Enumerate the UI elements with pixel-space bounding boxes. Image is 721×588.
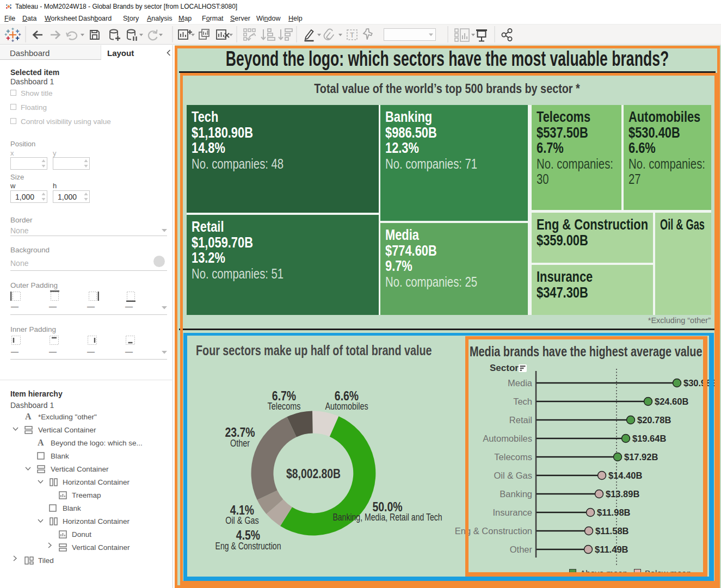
svg-text:Vertical Container: Vertical Container [38,426,96,434]
svg-text:Blank: Blank [51,452,69,460]
svg-text:Beyond the logo: which se...: Beyond the logo: which se... [51,439,143,447]
svg-text:Vertical Container: Vertical Container [72,543,130,552]
svg-text:Treemap: Treemap [72,491,101,499]
svg-text:Donut: Donut [72,530,91,539]
svg-text:*Excluding "other": *Excluding "other" [38,413,97,421]
svg-text:Horizontal Container: Horizontal Container [63,478,130,486]
svg-text:Blank: Blank [63,504,81,512]
svg-text:T: T [350,31,354,39]
svg-text:A: A [25,412,32,421]
svg-text:Tiled: Tiled [38,556,54,565]
svg-text:Vertical Container: Vertical Container [51,465,109,473]
svg-text:A: A [38,438,44,447]
svg-text:Horizontal Container: Horizontal Container [63,517,130,525]
